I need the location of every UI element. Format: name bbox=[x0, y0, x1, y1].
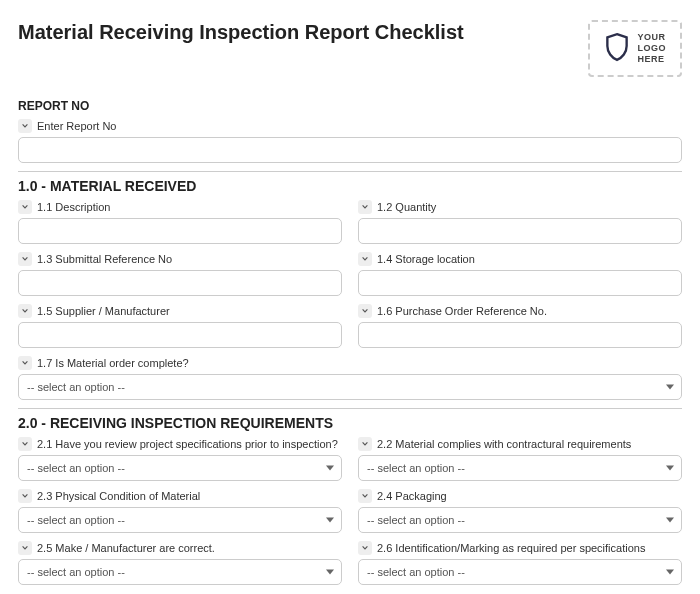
chevron-down-icon[interactable] bbox=[18, 489, 32, 503]
chevron-down-icon[interactable] bbox=[358, 304, 372, 318]
quantity-input[interactable] bbox=[358, 218, 682, 244]
field-label: 2.6 Identification/Marking as required p… bbox=[377, 542, 645, 554]
chevron-down-icon[interactable] bbox=[18, 304, 32, 318]
logo-placeholder: YOUR LOGO HERE bbox=[588, 20, 683, 77]
divider bbox=[18, 171, 682, 172]
field-label: 1.2 Quantity bbox=[377, 201, 436, 213]
material-complies-select[interactable]: -- select an option -- bbox=[358, 455, 682, 481]
order-complete-select[interactable]: -- select an option -- bbox=[18, 374, 682, 400]
supplier-input[interactable] bbox=[18, 322, 342, 348]
chevron-down-icon[interactable] bbox=[18, 252, 32, 266]
physical-condition-select[interactable]: -- select an option -- bbox=[18, 507, 342, 533]
shield-icon bbox=[604, 32, 630, 65]
section-2-heading: 2.0 - RECEIVING INSPECTION REQUIREMENTS bbox=[18, 415, 682, 431]
chevron-down-icon[interactable] bbox=[358, 541, 372, 555]
field-label: 1.4 Storage location bbox=[377, 253, 475, 265]
field-label: 1.6 Purchase Order Reference No. bbox=[377, 305, 547, 317]
chevron-down-icon[interactable] bbox=[18, 356, 32, 370]
field-label: 2.5 Make / Manufacturer are correct. bbox=[37, 542, 215, 554]
chevron-down-icon[interactable] bbox=[358, 252, 372, 266]
storage-location-input[interactable] bbox=[358, 270, 682, 296]
field-label: 2.2 Material complies with contractural … bbox=[377, 438, 631, 450]
chevron-down-icon[interactable] bbox=[18, 437, 32, 451]
section-1-heading: 1.0 - MATERIAL RECEIVED bbox=[18, 178, 682, 194]
packaging-select[interactable]: -- select an option -- bbox=[358, 507, 682, 533]
chevron-down-icon[interactable] bbox=[18, 119, 32, 133]
report-no-input[interactable] bbox=[18, 137, 682, 163]
field-label: 1.1 Description bbox=[37, 201, 110, 213]
make-correct-select[interactable]: -- select an option -- bbox=[18, 559, 342, 585]
field-label: Enter Report No bbox=[37, 120, 116, 132]
logo-text: YOUR LOGO HERE bbox=[638, 32, 667, 64]
field-label: 1.5 Supplier / Manufacturer bbox=[37, 305, 170, 317]
field-label: 1.7 Is Material order complete? bbox=[37, 357, 189, 369]
chevron-down-icon[interactable] bbox=[18, 541, 32, 555]
divider bbox=[18, 408, 682, 409]
field-label: 2.1 Have you review project specificatio… bbox=[37, 438, 338, 450]
section-report-no-heading: REPORT NO bbox=[18, 99, 682, 113]
chevron-down-icon[interactable] bbox=[358, 489, 372, 503]
chevron-down-icon[interactable] bbox=[358, 437, 372, 451]
po-ref-input[interactable] bbox=[358, 322, 682, 348]
identification-select[interactable]: -- select an option -- bbox=[358, 559, 682, 585]
submittal-ref-input[interactable] bbox=[18, 270, 342, 296]
field-label: 1.3 Submittal Reference No bbox=[37, 253, 172, 265]
description-input[interactable] bbox=[18, 218, 342, 244]
page-title: Material Receiving Inspection Report Che… bbox=[18, 20, 464, 44]
field-label: 2.4 Packaging bbox=[377, 490, 447, 502]
chevron-down-icon[interactable] bbox=[358, 200, 372, 214]
chevron-down-icon[interactable] bbox=[18, 200, 32, 214]
field-label: 2.3 Physical Condition of Material bbox=[37, 490, 200, 502]
review-specs-select[interactable]: -- select an option -- bbox=[18, 455, 342, 481]
